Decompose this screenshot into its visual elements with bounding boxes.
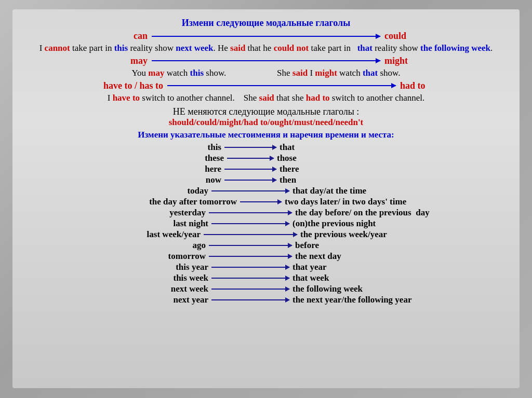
- map-row-today: today that day/at the time: [23, 186, 509, 196]
- map-right-those: those: [277, 153, 422, 163]
- map-arrow-yesterday: [209, 212, 292, 213]
- map-left-nextyear: next year: [94, 295, 208, 305]
- map-arrow-nextyear: [211, 299, 289, 300]
- may-might-arrow: [152, 60, 380, 61]
- might-label: might: [384, 56, 426, 66]
- map-right-today: that day/at the time: [292, 186, 438, 196]
- map-right-lastnight: (on)the previous night: [292, 218, 438, 229]
- map-row-lastweek: last week/year the previous week/year: [23, 229, 509, 240]
- map-row-dayaftertomorrow: the day after tomorrow two days later/ i…: [23, 197, 509, 207]
- map-right-thisweek: that week: [292, 273, 438, 283]
- map-arrow-today: [211, 190, 289, 191]
- map-right-nextyear: the next year/the following year: [292, 295, 438, 305]
- mappings-container: this that these those here there now: [23, 142, 509, 305]
- map-row-nextyear: next year the next year/the following ye…: [23, 295, 509, 305]
- map-left-today: today: [94, 186, 208, 196]
- map-arrow-lastweek: [204, 234, 297, 235]
- map-arrow-ago: [209, 245, 292, 246]
- map-left-tomorrow: tomorrow: [91, 251, 206, 262]
- map-left-thisyear: this year: [94, 262, 208, 272]
- sentence-3: You may watch this show. She said I migh…: [23, 67, 509, 79]
- map-left-these: these: [110, 153, 224, 163]
- map-row-thisyear: this year that year: [23, 262, 509, 272]
- have-to-label: have to / has to: [90, 80, 163, 91]
- map-arrow-thisweek: [211, 278, 289, 279]
- map-row-thisweek: this week that week: [23, 273, 509, 283]
- map-arrow-here: [224, 169, 276, 170]
- map-row-nextweek: next week the following week: [23, 284, 509, 294]
- map-right-nextweek: the following week: [292, 284, 438, 294]
- can-label: can: [106, 31, 148, 42]
- map-row-here: here there: [23, 164, 509, 174]
- map-row-these: these those: [23, 153, 509, 163]
- map-left-dayaftertomorrow: the day after tomorrow: [102, 197, 237, 207]
- could-label: could: [384, 31, 426, 42]
- map-arrow-now: [224, 180, 276, 181]
- map-arrow-tomorrow: [209, 256, 292, 257]
- map-left-this: this: [107, 142, 221, 153]
- sentence-4: I have to switch to another channel. She…: [23, 92, 509, 104]
- ne-section: НЕ меняются следующие модальные глаголы …: [23, 106, 509, 128]
- map-right-lastweek: the previous week/year: [300, 229, 446, 240]
- map-right-thisyear: that year: [292, 262, 438, 272]
- map-right-yesterday: the day before/ on the previous day: [295, 208, 441, 218]
- map-arrow-this: [224, 147, 276, 148]
- map-right-ago: before: [295, 240, 441, 251]
- map-left-lastweek: last week/year: [86, 229, 201, 240]
- ne-title: НЕ меняются следующие модальные глаголы …: [23, 106, 509, 117]
- map-row-yesterday: yesterday the day before/ on the previou…: [23, 208, 509, 218]
- main-container: Измени следующие модальные глаголы can c…: [12, 9, 520, 388]
- map-arrow-nextweek: [211, 289, 289, 290]
- main-title: Измени следующие модальные глаголы: [23, 18, 509, 29]
- can-could-row: can could: [23, 31, 509, 42]
- map-right-there: there: [280, 164, 425, 174]
- map-row-this: this that: [23, 142, 509, 153]
- map-right-dayaftertomorrow: two days later/ in two days' time: [285, 197, 430, 207]
- map-arrow-thisyear: [211, 267, 289, 268]
- had-to-label: had to: [400, 80, 442, 91]
- map-row-ago: ago before: [23, 240, 509, 251]
- may-label: may: [106, 56, 148, 66]
- map-left-thisweek: this week: [94, 273, 208, 283]
- map-row-lastnight: last night (on)the previous night: [23, 218, 509, 229]
- may-might-row: may might: [23, 56, 509, 66]
- map-left-nextweek: next week: [94, 284, 208, 294]
- map-right-then: then: [280, 175, 425, 185]
- have-had-arrow: [167, 85, 396, 86]
- sentence-1: I cannot take part in this reality show …: [23, 43, 509, 54]
- map-right-tomorrow: the next day: [295, 251, 441, 262]
- can-could-arrow: [152, 36, 380, 37]
- map-left-here: here: [107, 164, 221, 174]
- map-right-that: that: [280, 142, 425, 153]
- pronouns-section-title: Измени указательные местоимения и наречи…: [23, 130, 509, 140]
- ne-words: should/could/might/had to/ought/must/nee…: [23, 117, 509, 128]
- map-left-yesterday: yesterday: [91, 208, 206, 218]
- map-row-tomorrow: tomorrow the next day: [23, 251, 509, 262]
- have-had-row: have to / has to had to: [23, 80, 509, 91]
- map-left-lastnight: last night: [94, 218, 208, 229]
- map-arrow-lastnight: [211, 223, 289, 224]
- map-arrow-dayaftertomorrow: [240, 201, 282, 202]
- map-row-now: now then: [23, 175, 509, 185]
- map-left-ago: ago: [91, 240, 206, 251]
- map-arrow-these: [227, 158, 274, 159]
- map-left-now: now: [107, 175, 221, 185]
